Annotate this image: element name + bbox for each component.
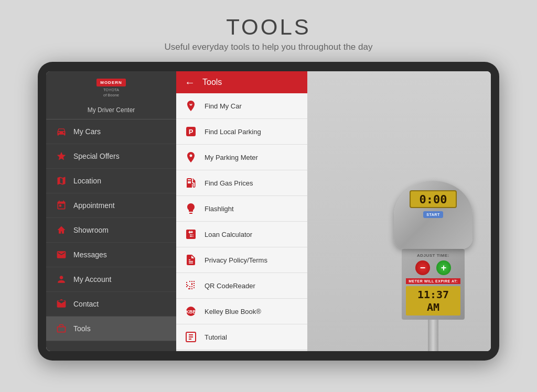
contact-icon bbox=[56, 298, 67, 310]
plus-button[interactable]: + bbox=[436, 260, 451, 275]
tool-label-qr-codereader: QR CodeReader bbox=[205, 282, 255, 290]
svg-text:KBB: KBB bbox=[186, 309, 196, 314]
tool-label-loan-calculator: Loan Calculator bbox=[205, 231, 252, 238]
qr-icon bbox=[184, 278, 198, 293]
tablet-frame: MODERN TOYOTA of Boone My Driver Center … bbox=[38, 62, 499, 361]
tool-item-kelley-blue-book[interactable]: KBB Kelley Blue Book® bbox=[176, 299, 307, 324]
flashlight-icon bbox=[184, 201, 198, 216]
meter-start-button[interactable]: START bbox=[423, 211, 443, 218]
tool-item-loan-calculator[interactable]: Loan Calculator bbox=[176, 222, 307, 247]
kbb-icon: KBB bbox=[184, 304, 198, 319]
showroom-icon bbox=[56, 224, 67, 236]
envelope-icon bbox=[56, 249, 67, 260]
sidebar-item-special-offers[interactable]: Special Offers bbox=[46, 144, 176, 169]
tool-item-my-parking-meter[interactable]: My Parking Meter bbox=[176, 145, 307, 170]
tool-label-flashlight: Flashlight bbox=[205, 205, 234, 213]
tool-label-kelley-blue-book: Kelley Blue Book® bbox=[205, 308, 261, 315]
pin-red-icon bbox=[184, 150, 198, 165]
page-title: TOOLS bbox=[165, 15, 373, 40]
tutorial-icon bbox=[184, 330, 198, 344]
nav-label-my-account: My Account bbox=[73, 275, 111, 284]
calculator-icon bbox=[184, 227, 198, 242]
nav-label-showroom: Showroom bbox=[73, 226, 109, 234]
tool-label-find-gas-prices: Find Gas Prices bbox=[205, 179, 253, 187]
sidebar-item-my-cars[interactable]: My Cars bbox=[46, 119, 176, 144]
tool-item-qr-codereader[interactable]: QR CodeReader bbox=[176, 273, 307, 299]
tool-item-find-gas-prices[interactable]: Find Gas Prices bbox=[176, 170, 307, 196]
meter-body: ADJUST TIME: − + METER WILL EXPIRE AT: 1… bbox=[402, 249, 465, 320]
adjust-buttons: − + bbox=[406, 260, 460, 275]
doc-icon bbox=[184, 253, 198, 267]
page-subtitle: Useful everyday tools to help you throug… bbox=[165, 42, 373, 52]
minus-button[interactable]: − bbox=[415, 260, 430, 275]
svg-text:P: P bbox=[189, 128, 194, 136]
driver-center-label: My Driver Center bbox=[46, 103, 176, 119]
tools-panel-title: Tools bbox=[202, 78, 222, 87]
nav-label-tools: Tools bbox=[73, 324, 91, 333]
tool-item-privacy-policy[interactable]: Privacy Policy/Terms bbox=[176, 247, 307, 273]
tool-label-find-local-parking: Find Local Parking bbox=[205, 128, 261, 136]
nav-label-contact: Contact bbox=[73, 300, 99, 308]
meter-pole bbox=[428, 320, 438, 351]
adjust-time-label: ADJUST TIME: bbox=[406, 253, 460, 258]
sidebar-item-messages[interactable]: Messages bbox=[46, 243, 176, 267]
expire-label: METER WILL EXPIRE AT: bbox=[406, 278, 460, 284]
tools-list: Find My Car P Find Local Parking My Park… bbox=[176, 93, 307, 351]
logo-badge: MODERN bbox=[96, 79, 126, 86]
map-icon bbox=[56, 175, 67, 187]
parking-meter: 0:00 START ADJUST TIME: − + METER WILL E… bbox=[386, 181, 480, 351]
expire-time: 11:37 AM bbox=[406, 286, 460, 315]
calendar-icon bbox=[56, 200, 67, 211]
tools-icon bbox=[56, 323, 67, 334]
gas-icon bbox=[184, 176, 198, 190]
tool-label-tutorial: Tutorial bbox=[205, 333, 227, 341]
car-icon bbox=[56, 126, 67, 137]
parking-icon: P bbox=[184, 124, 198, 139]
back-button[interactable]: ← bbox=[185, 77, 195, 89]
nav-label-special-offers: Special Offers bbox=[73, 152, 120, 160]
tools-panel-header: ← Tools bbox=[176, 71, 307, 93]
tablet-screen: MODERN TOYOTA of Boone My Driver Center … bbox=[46, 71, 491, 351]
star-icon bbox=[56, 150, 67, 162]
tool-item-tutorial[interactable]: Tutorial bbox=[176, 324, 307, 350]
tool-label-privacy-policy: Privacy Policy/Terms bbox=[205, 256, 267, 264]
sidebar-item-showroom[interactable]: Showroom bbox=[46, 218, 176, 243]
tools-panel: ← Tools Find My Car P Find Local Parking bbox=[176, 71, 307, 351]
sidebar-item-tools[interactable]: Tools bbox=[46, 317, 176, 341]
sidebar-nav: My Cars Special Offers Location bbox=[46, 119, 176, 352]
page-header: TOOLS Useful everyday tools to help you … bbox=[165, 0, 373, 62]
nav-label-appointment: Appointment bbox=[73, 201, 115, 210]
meter-display: 0:00 START ADJUST TIME: − + METER WILL E… bbox=[307, 71, 491, 351]
sidebar-item-appointment[interactable]: Appointment bbox=[46, 193, 176, 218]
tool-item-flashlight[interactable]: Flashlight bbox=[176, 196, 307, 222]
meter-time-display: 0:00 bbox=[410, 190, 457, 208]
sidebar: MODERN TOYOTA of Boone My Driver Center … bbox=[46, 71, 176, 351]
sidebar-item-my-account[interactable]: My Account bbox=[46, 267, 176, 292]
sidebar-item-contact[interactable]: Contact bbox=[46, 292, 176, 317]
tool-item-find-my-car[interactable]: Find My Car bbox=[176, 93, 307, 119]
find-my-car-icon bbox=[184, 99, 198, 113]
logo-sub: TOYOTA of Boone bbox=[103, 88, 119, 98]
tool-item-find-local-parking[interactable]: P Find Local Parking bbox=[176, 119, 307, 145]
nav-label-messages: Messages bbox=[73, 251, 107, 259]
sidebar-item-location[interactable]: Location bbox=[46, 169, 176, 193]
nav-label-my-cars: My Cars bbox=[73, 127, 101, 136]
tool-label-my-parking-meter: My Parking Meter bbox=[205, 154, 258, 161]
meter-head: 0:00 START bbox=[394, 181, 472, 249]
tool-label-find-my-car: Find My Car bbox=[205, 102, 242, 110]
nav-label-location: Location bbox=[73, 177, 101, 185]
sidebar-logo: MODERN TOYOTA of Boone bbox=[46, 71, 176, 103]
person-icon bbox=[56, 274, 67, 285]
